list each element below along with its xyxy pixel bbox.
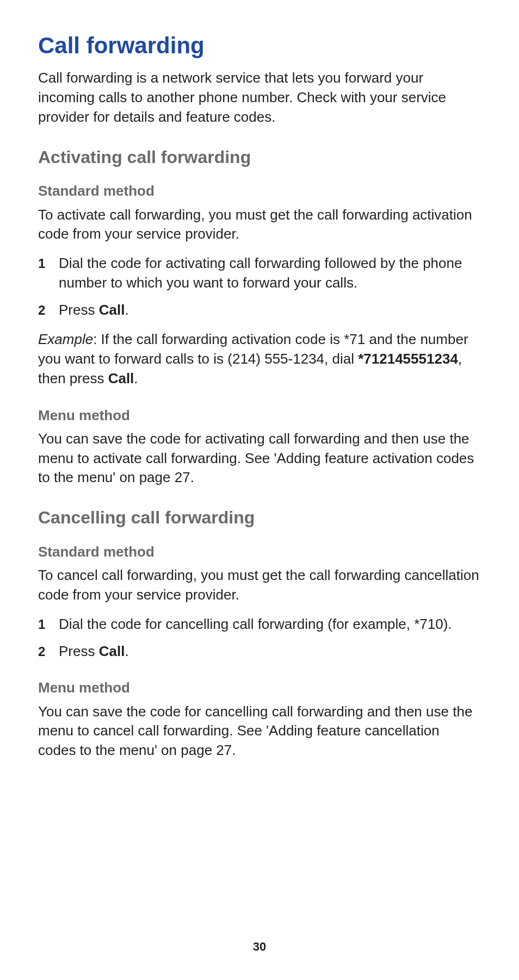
section-heading-cancelling: Cancelling call forwarding <box>38 507 481 528</box>
cancelling-standard-steps: 1 Dial the code for cancelling call forw… <box>38 615 481 661</box>
list-item: 1 Dial the code for cancelling call forw… <box>38 615 481 634</box>
activating-menu-body: You can save the code for activating cal… <box>38 429 481 488</box>
step-text: Dial the code for cancelling call forwar… <box>59 615 452 634</box>
step-text-prefix: Press <box>59 302 99 318</box>
page-title: Call forwarding <box>38 33 481 59</box>
cancelling-standard-body: To cancel call forwarding, you must get … <box>38 566 481 605</box>
intro-paragraph: Call forwarding is a network service tha… <box>38 68 481 127</box>
list-item: 2 Press Call. <box>38 301 481 320</box>
example-code: *712145551234 <box>358 351 458 367</box>
method-heading-cancelling-standard: Standard method <box>38 544 481 560</box>
activating-standard-steps: 1 Dial the code for activating call forw… <box>38 254 481 320</box>
method-heading-activating-standard: Standard method <box>38 183 481 199</box>
step-bold-call: Call <box>99 302 125 318</box>
step-number: 1 <box>38 256 59 271</box>
cancelling-menu-body: You can save the code for cancelling cal… <box>38 702 481 761</box>
step-text: Press Call. <box>59 301 129 320</box>
manual-page: Call forwarding Call forwarding is a net… <box>0 0 519 980</box>
method-heading-cancelling-menu: Menu method <box>38 679 481 696</box>
list-item: 1 Dial the code for activating call forw… <box>38 254 481 293</box>
activating-example: Example: If the call forwarding activati… <box>38 330 481 389</box>
step-text: Dial the code for activating call forwar… <box>59 254 481 293</box>
step-text: Press Call. <box>59 642 129 661</box>
method-heading-activating-menu: Menu method <box>38 407 481 424</box>
section-heading-activating: Activating call forwarding <box>38 147 481 167</box>
example-label: Example <box>38 331 93 347</box>
step-number: 2 <box>38 644 59 659</box>
example-call: Call <box>108 370 134 386</box>
step-text-suffix: . <box>125 302 128 318</box>
step-number: 1 <box>38 617 59 632</box>
step-bold-call: Call <box>99 643 125 659</box>
step-text-suffix: . <box>125 643 128 659</box>
step-number: 2 <box>38 303 59 318</box>
activating-standard-body: To activate call forwarding, you must ge… <box>38 205 481 245</box>
list-item: 2 Press Call. <box>38 642 481 661</box>
example-after: . <box>134 370 138 386</box>
step-text-prefix: Press <box>59 643 99 659</box>
page-number: 30 <box>0 940 519 954</box>
